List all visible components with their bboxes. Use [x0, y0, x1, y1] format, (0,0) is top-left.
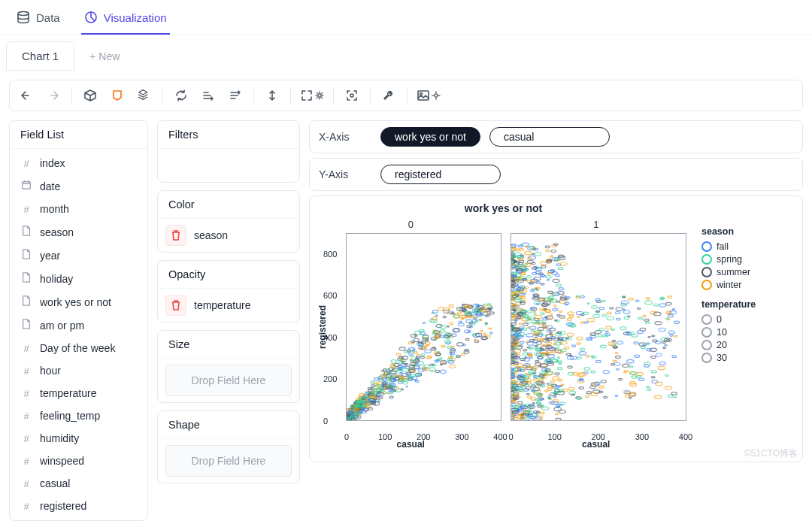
legend-item-winter[interactable]: winter — [701, 280, 792, 290]
legend-swatch — [701, 314, 712, 325]
opacity-remove-button[interactable] — [165, 295, 186, 316]
color-chip[interactable]: season — [158, 219, 299, 252]
svg-point-40 — [435, 370, 440, 372]
x-pill-casual[interactable]: casual — [489, 127, 610, 147]
chart-tab-new[interactable]: + New — [74, 43, 135, 70]
sort-asc-button[interactable] — [196, 85, 220, 106]
sort-desc-button[interactable] — [223, 85, 247, 106]
plot-box[interactable]: 0100200300400 — [511, 233, 687, 421]
legend-item-summer[interactable]: summer — [701, 267, 792, 277]
svg-point-1424 — [541, 265, 545, 268]
svg-point-1029 — [624, 370, 628, 372]
svg-point-1054 — [539, 379, 544, 381]
field-season[interactable]: season — [10, 220, 147, 244]
facet-label: 0 — [320, 219, 501, 230]
filters-panel[interactable]: Filters — [157, 120, 300, 183]
svg-point-287 — [483, 333, 486, 335]
chart-tab-1[interactable]: Chart 1 — [6, 41, 74, 71]
tab-data[interactable]: Data — [14, 6, 63, 35]
wrench-button[interactable] — [377, 85, 401, 106]
hash-icon: # — [20, 204, 32, 215]
svg-point-1094 — [550, 380, 554, 383]
svg-point-1010 — [519, 248, 523, 250]
svg-point-1002 — [665, 386, 671, 389]
field-hour[interactable]: #hour — [10, 359, 147, 382]
size-dropzone[interactable]: Drop Field Here — [165, 365, 292, 396]
field-year[interactable]: year — [10, 244, 147, 267]
legend-temp-20[interactable]: 20 — [701, 340, 792, 350]
svg-point-1461 — [612, 340, 615, 341]
field-label: index — [40, 157, 65, 169]
y-pill-registered[interactable]: registered — [380, 165, 501, 184]
svg-point-766 — [532, 403, 535, 404]
svg-point-388 — [389, 396, 393, 398]
svg-point-1520 — [600, 345, 606, 348]
x-pill-work[interactable]: work yes or not — [380, 127, 480, 147]
field-am-or-pm[interactable]: am or pm — [10, 313, 147, 337]
tab-visualization[interactable]: Visualization — [81, 6, 170, 35]
y-axis-row[interactable]: Y-Axis registered — [309, 158, 803, 191]
mark-type-button[interactable] — [105, 85, 129, 106]
field-casual[interactable]: #casual — [10, 472, 147, 495]
hash-icon: # — [20, 158, 32, 169]
size-panel[interactable]: Size Drop Field Here — [157, 330, 300, 403]
svg-point-1266 — [618, 378, 622, 380]
color-remove-button[interactable] — [165, 225, 186, 246]
shape-panel[interactable]: Shape Drop Field Here — [157, 410, 300, 483]
svg-point-1306 — [511, 332, 514, 333]
svg-point-1399 — [527, 347, 530, 348]
expand-button[interactable] — [297, 85, 327, 106]
field-holiday[interactable]: holiday — [10, 267, 147, 290]
svg-point-669 — [628, 298, 633, 300]
export-image-button[interactable] — [414, 85, 444, 106]
field-registered[interactable]: #registered — [10, 495, 147, 517]
color-panel[interactable]: Color season — [157, 190, 300, 253]
svg-point-754 — [545, 246, 550, 248]
svg-point-717 — [607, 312, 611, 314]
undo-button[interactable] — [14, 85, 38, 106]
field-date[interactable]: date — [10, 174, 147, 198]
svg-point-1084 — [629, 398, 631, 398]
field-label: month — [40, 203, 69, 215]
legend-temp-10[interactable]: 10 — [701, 327, 792, 338]
field-label: date — [40, 180, 60, 192]
svg-point-585 — [386, 392, 389, 394]
field-index[interactable]: #index — [10, 152, 147, 174]
legend-temp-0[interactable]: 0 — [701, 314, 792, 325]
refresh-button[interactable] — [169, 85, 193, 106]
legend-item-fall[interactable]: fall — [701, 241, 792, 252]
shape-dropzone[interactable]: Drop Field Here — [165, 445, 292, 477]
svg-point-1505 — [511, 323, 517, 325]
field-winspeed[interactable]: #winspeed — [10, 450, 147, 472]
toolbar — [9, 80, 803, 111]
svg-point-381 — [464, 350, 469, 353]
field-temperature[interactable]: #temperature — [10, 382, 147, 404]
field-month[interactable]: #month — [10, 198, 147, 220]
field-work-yes-or-not[interactable]: work yes or not — [10, 290, 147, 313]
facet-0: 0registered02004006008000100200300400cas… — [320, 219, 501, 450]
redo-button[interactable] — [41, 85, 65, 106]
field-feeling_temp[interactable]: #feeling_temp — [10, 404, 147, 427]
scan-button[interactable] — [340, 85, 364, 106]
svg-point-1300 — [533, 311, 535, 313]
svg-point-375 — [461, 319, 463, 320]
legend-item-spring[interactable]: spring — [701, 254, 792, 265]
legend-temp-30[interactable]: 30 — [701, 353, 792, 363]
field-label: year — [40, 250, 60, 262]
svg-point-1244 — [580, 322, 583, 323]
svg-point-581 — [436, 324, 442, 327]
opacity-panel[interactable]: Opacity temperature — [157, 260, 300, 323]
opacity-chip[interactable]: temperature — [158, 289, 299, 322]
layers-button[interactable] — [132, 85, 156, 106]
plot-box[interactable]: 0100200300400 — [346, 233, 501, 421]
viz-wrap: work yes or not 0registered0200400600800… — [309, 195, 803, 462]
svg-point-1392 — [623, 310, 630, 313]
field-humidity[interactable]: #humidity — [10, 427, 147, 450]
transpose-button[interactable] — [260, 85, 284, 106]
svg-point-802 — [567, 366, 571, 368]
field-Day-of-the-week[interactable]: #Day of the week — [10, 337, 147, 359]
svg-point-1057 — [598, 307, 604, 310]
x-axis-row[interactable]: X-Axis work yes or not casual — [309, 120, 803, 153]
cube-button[interactable] — [78, 85, 102, 106]
svg-point-280 — [474, 317, 477, 319]
